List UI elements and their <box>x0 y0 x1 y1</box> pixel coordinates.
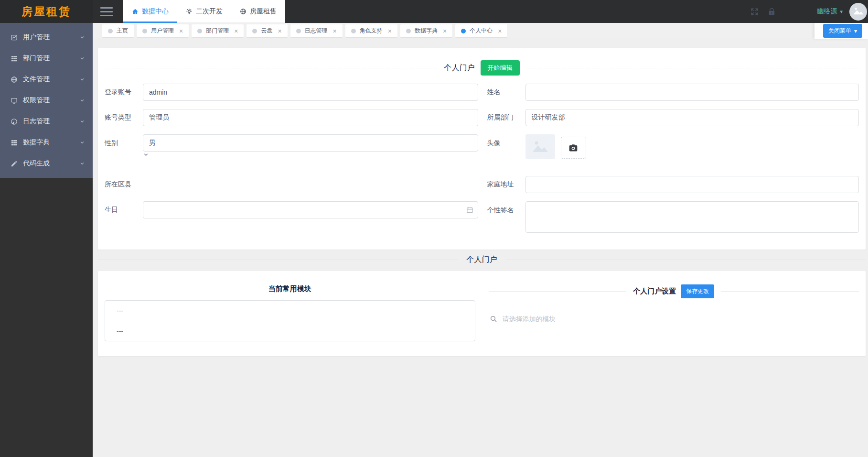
account-type-label: 账号类型 <box>105 113 143 122</box>
birthday-input[interactable] <box>143 201 478 218</box>
form-row-signature: 个性签名 <box>487 201 859 235</box>
gender-select[interactable]: 男 <box>143 134 478 152</box>
main-content: 个人门户 开始编辑 登录账号 账号类型 性别 男 <box>93 39 868 457</box>
sidebar-item-code-gen[interactable]: 代码生成 <box>0 153 93 174</box>
avatar-label: 头像 <box>487 134 525 152</box>
chevron-down-icon <box>143 152 478 158</box>
grid-icon <box>11 139 18 146</box>
camera-icon <box>568 143 578 152</box>
top-nav: 数据中心 二次开发 房屋租售 <box>123 0 285 23</box>
nav-tab-house-rental[interactable]: 房屋租售 <box>231 0 285 23</box>
tab-label: 部门管理 <box>206 27 229 35</box>
form-row-avatar: 头像 ··· <box>487 134 859 164</box>
bulb-icon <box>186 8 193 15</box>
avatar[interactable]: ··· <box>849 3 867 21</box>
form-row-department: 所属部门 <box>487 109 859 126</box>
close-icon[interactable]: × <box>388 28 392 34</box>
sidebar-item-data-dict[interactable]: 数据字典 <box>0 132 93 153</box>
sidebar-item-label: 代码生成 <box>23 159 50 168</box>
signature-textarea[interactable] <box>525 201 859 233</box>
nav-tab-label: 数据中心 <box>142 7 169 16</box>
app-logo: 房屋租赁 <box>0 0 93 23</box>
tab-user-mgmt[interactable]: 用户管理 × <box>137 24 189 37</box>
section-divider: 个人门户 <box>98 255 866 264</box>
tab-role-support[interactable]: 角色支持 × <box>345 24 397 37</box>
caret-down-icon: ▾ <box>854 28 857 34</box>
globe-icon <box>240 8 246 15</box>
form-row-birthday: 生日 <box>105 201 478 218</box>
sidebar-item-user-mgmt[interactable]: 用户管理 <box>0 27 93 48</box>
chevron-down-icon <box>79 34 85 40</box>
user-menu[interactable]: 幽络源 ▾ <box>817 7 843 16</box>
module-search-input[interactable] <box>502 315 797 323</box>
tab-personal-center[interactable]: 个人中心 × <box>455 24 507 37</box>
birthday-label: 生日 <box>105 206 143 214</box>
pencil-icon <box>11 160 18 167</box>
close-icon[interactable]: × <box>498 28 502 34</box>
divider-line <box>489 291 627 292</box>
tab-home[interactable]: 主页 <box>102 24 134 37</box>
tab-dept-mgmt[interactable]: 部门管理 × <box>192 24 244 37</box>
monitor-icon <box>11 97 18 104</box>
login-input[interactable] <box>143 84 478 101</box>
gender-label: 性别 <box>105 134 143 152</box>
address-input[interactable] <box>525 176 859 193</box>
close-icon[interactable]: × <box>333 28 337 34</box>
sidebar-item-file-mgmt[interactable]: 文件管理 <box>0 69 93 90</box>
name-input[interactable] <box>525 84 859 101</box>
close-icon[interactable]: × <box>179 28 183 34</box>
sidebar-item-log-mgmt[interactable]: 日志管理 <box>0 111 93 132</box>
search-icon <box>490 315 497 323</box>
tab-dot <box>142 29 147 33</box>
lock-icon[interactable] <box>768 8 776 16</box>
profile-form: 登录账号 账号类型 性别 男 <box>105 84 859 243</box>
sidebar-item-label: 部门管理 <box>23 54 50 63</box>
list-item[interactable]: --- <box>105 321 475 341</box>
sidebar-item-dept-mgmt[interactable]: 部门管理 <box>0 48 93 69</box>
tab-label: 数据字典 <box>415 27 438 35</box>
chart-image-icon <box>11 34 18 41</box>
start-edit-button[interactable]: 开始编辑 <box>481 60 520 76</box>
tab-cloud-disk[interactable]: 云盘 × <box>246 24 287 37</box>
close-icon[interactable]: × <box>278 28 281 34</box>
sidebar-item-label: 权限管理 <box>23 96 50 105</box>
profile-card-title-row: 个人门户 开始编辑 <box>105 60 859 76</box>
sidebar-menu: 用户管理 部门管理 文件管理 权限管理 日志管理 数据字典 <box>0 23 93 178</box>
close-icon[interactable]: × <box>443 28 447 34</box>
divider-line <box>318 289 475 289</box>
fullscreen-icon[interactable] <box>750 7 759 16</box>
close-menu-button[interactable]: 关闭菜单 ▾ <box>823 24 862 38</box>
account-type-input[interactable] <box>143 109 478 126</box>
close-icon[interactable]: × <box>234 28 238 34</box>
portal-settings-title: 个人门户设置 <box>633 287 676 296</box>
sidebar-item-permission-mgmt[interactable]: 权限管理 <box>0 90 93 111</box>
chevron-down-icon <box>79 119 85 124</box>
image-placeholder-icon <box>853 6 864 15</box>
tab-label: 云盘 <box>261 27 272 35</box>
module-search-row <box>489 315 859 323</box>
nav-tab-secondary-dev[interactable]: 二次开发 <box>177 0 231 23</box>
image-placeholder-icon <box>532 140 549 152</box>
sidebar-item-label: 文件管理 <box>23 75 50 84</box>
tab-log-mgmt[interactable]: 日志管理 × <box>290 24 343 37</box>
department-input[interactable] <box>525 109 859 126</box>
save-changes-button[interactable]: 保存更改 <box>681 284 714 298</box>
sidebar-item-label: 用户管理 <box>23 33 50 42</box>
form-row-name: 姓名 <box>487 84 859 101</box>
tab-label: 角色支持 <box>360 27 383 35</box>
divider-line <box>721 291 859 292</box>
module-row-text: --- <box>117 307 123 315</box>
avatar-alt-text: ··· <box>538 152 542 154</box>
tab-dot <box>461 29 466 33</box>
signature-label: 个性签名 <box>487 201 525 218</box>
current-modules-panel: 当前常用模块 --- --- <box>98 271 482 356</box>
username-text: 幽络源 <box>817 7 837 16</box>
menu-toggle-icon[interactable] <box>100 7 113 16</box>
tab-data-dict[interactable]: 数据字典 × <box>400 24 452 37</box>
list-item[interactable]: --- <box>105 301 475 321</box>
divider-line <box>105 289 262 289</box>
section-title: 个人门户 <box>467 255 497 265</box>
avatar-upload-button[interactable] <box>561 137 586 159</box>
current-modules-title-row: 当前常用模块 <box>105 284 475 294</box>
nav-tab-data-center[interactable]: 数据中心 <box>123 0 177 23</box>
